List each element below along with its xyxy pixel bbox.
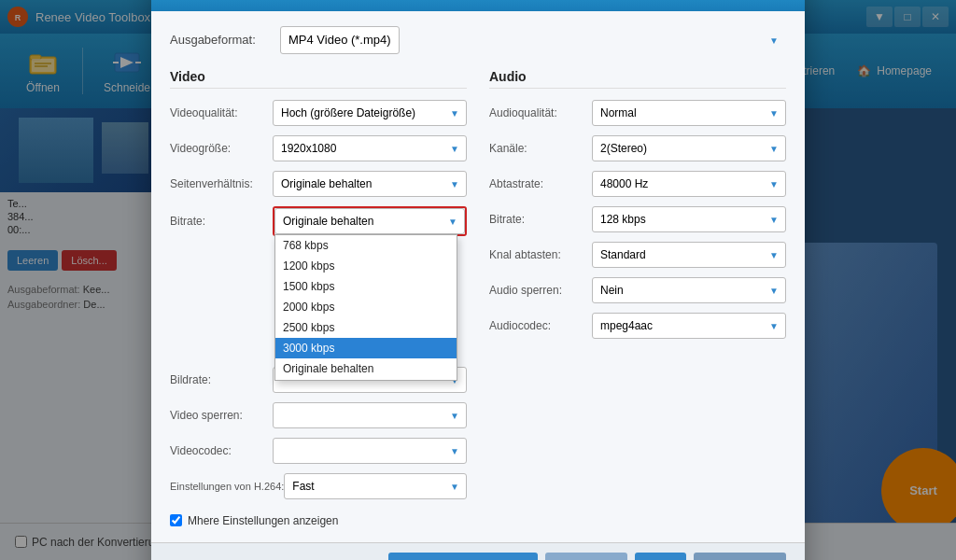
audio-quality-label: Audioqualität:	[489, 106, 592, 119]
videocodec-row: Videocodec:	[170, 438, 467, 464]
standard-button[interactable]: Standard	[545, 553, 628, 561]
video-size-select[interactable]: 1920x1080	[273, 135, 467, 161]
dropdown-item-1200[interactable]: 1200 kbps	[275, 256, 457, 276]
video-lock-label: Video sperren:	[170, 409, 273, 422]
aspect-select[interactable]: Originale behalten	[273, 171, 467, 197]
bitrate-dropdown: 768 kbps 1200 kbps 1500 kbps 2000 kbps 2…	[274, 234, 457, 381]
audio-quality-select-wrap: Normal	[592, 100, 786, 126]
bitrate-select-wrap: Originale behalten	[274, 208, 465, 234]
knal-row: Knal abtasten: Standard	[489, 242, 786, 268]
audio-section: Audio Audioqualität: Normal Kanäle:	[489, 69, 786, 509]
knal-select-wrap: Standard	[592, 242, 786, 268]
format-select[interactable]: MP4 Video (*.mp4)	[280, 26, 400, 54]
bitrate-field-wrap: Originale behalten 768 kbps 1200 kbps 15…	[273, 206, 467, 236]
audio-codec-row: Audiocodec: mpeg4aac	[489, 313, 786, 339]
bitrate-dropdown-scroll[interactable]: 768 kbps 1200 kbps 1500 kbps 2000 kbps 2…	[275, 235, 457, 380]
format-label: Ausgabeformat:	[170, 33, 273, 47]
knal-select[interactable]: Standard	[592, 242, 786, 268]
encoder-select[interactable]: Fast	[284, 473, 467, 499]
audio-lock-select[interactable]: Nein	[592, 277, 786, 303]
save-button[interactable]: Einstellung speichern	[388, 553, 538, 561]
knal-label: Knal abtasten:	[489, 248, 592, 261]
videocodec-select[interactable]	[273, 438, 467, 464]
videocodec-select-wrap	[273, 438, 467, 464]
dropdown-item-2500[interactable]: 2500 kbps	[275, 317, 457, 338]
audio-codec-select[interactable]: mpeg4aac	[592, 313, 786, 339]
audio-lock-select-wrap: Nein	[592, 277, 786, 303]
sample-rate-select-wrap: 48000 Hz	[592, 171, 786, 197]
channels-select-wrap: 2(Stereo)	[592, 135, 786, 161]
audio-codec-label: Audiocodec:	[489, 319, 592, 332]
video-lock-select-wrap	[273, 402, 467, 428]
video-quality-row: Videoqualität: Hoch (größere Dateigröße)	[170, 100, 467, 126]
audio-section-title: Audio	[489, 69, 786, 89]
video-section: Video Videoqualität: Hoch (größere Datei…	[170, 69, 467, 509]
dropdown-item-1500[interactable]: 1500 kbps	[275, 276, 457, 297]
channels-label: Kanäle:	[489, 142, 592, 155]
bitrate-label: Bitrate:	[170, 215, 273, 228]
aspect-select-wrap: Originale behalten	[273, 171, 467, 197]
video-quality-select[interactable]: Hoch (größere Dateigröße)	[273, 100, 467, 126]
sample-rate-row: Abtastrate: 48000 Hz	[489, 171, 786, 197]
ok-button[interactable]: OK	[635, 553, 686, 561]
channels-select[interactable]: 2(Stereo)	[592, 135, 786, 161]
framerate-label: Bildrate:	[170, 373, 273, 386]
sample-rate-label: Abtastrate:	[489, 177, 592, 190]
dropdown-item-originale[interactable]: Originale behalten	[275, 358, 457, 379]
more-settings-label: Mhere Einstellungen anzeigen	[188, 514, 338, 527]
format-row: Ausgabeformat: MP4 Video (*.mp4)	[170, 26, 786, 54]
dropdown-item-3000[interactable]: 3000 kbps	[275, 338, 457, 358]
aspect-row: Seitenverhältnis: Originale behalten	[170, 171, 467, 197]
audio-codec-select-wrap: mpeg4aac	[592, 313, 786, 339]
footer-right: Einstellung speichern Standard OK Abbrec…	[388, 553, 786, 561]
modal-footer: Einstellung speichern Standard OK Abbrec…	[151, 542, 805, 561]
aspect-label: Seitenverhältnis:	[170, 177, 273, 190]
encoder-row: Einstellungen von H.264: Fast	[170, 473, 467, 499]
audio-bitrate-select[interactable]: 128 kbps	[592, 206, 786, 232]
dropdown-item-2000[interactable]: 2000 kbps	[275, 297, 457, 317]
modal-header: Ausgabeeinstellungen ✕	[151, 0, 805, 11]
dropdown-item-768[interactable]: 768 kbps	[275, 235, 457, 256]
bitrate-row: Bitrate: Originale behalten 768 kbps	[170, 206, 467, 236]
video-quality-label: Videoqualität:	[170, 106, 273, 119]
audio-quality-select[interactable]: Normal	[592, 100, 786, 126]
audio-bitrate-row: Bitrate: 128 kbps	[489, 206, 786, 232]
audio-lock-label: Audio sperren:	[489, 284, 592, 297]
modal-overlay: Ausgabeeinstellungen ✕ Ausgabeformat: MP…	[0, 0, 956, 560]
encoder-select-wrap: Fast	[284, 473, 467, 499]
format-select-wrap: MP4 Video (*.mp4)	[280, 26, 786, 54]
videocodec-label: Videocodec:	[170, 444, 273, 457]
cancel-button[interactable]: Abbrechen	[694, 553, 786, 561]
two-column-section: Video Videoqualität: Hoch (größere Datei…	[170, 69, 786, 509]
more-settings-checkbox[interactable]	[170, 514, 182, 526]
video-size-row: Videogröße: 1920x1080	[170, 135, 467, 161]
sample-rate-select[interactable]: 48000 Hz	[592, 171, 786, 197]
settings-modal: Ausgabeeinstellungen ✕ Ausgabeformat: MP…	[151, 0, 805, 560]
bitrate-select[interactable]: Originale behalten	[274, 208, 465, 234]
encoder-label: Einstellungen von H.264:	[170, 481, 284, 492]
modal-close-button[interactable]: ✕	[771, 0, 790, 2]
video-quality-select-wrap: Hoch (größere Dateigröße)	[273, 100, 467, 126]
modal-body: Ausgabeformat: MP4 Video (*.mp4) Video V…	[151, 11, 805, 542]
audio-lock-row: Audio sperren: Nein	[489, 277, 786, 303]
channels-row: Kanäle: 2(Stereo)	[489, 135, 786, 161]
audio-quality-row: Audioqualität: Normal	[489, 100, 786, 126]
audio-bitrate-label: Bitrate:	[489, 213, 592, 226]
video-lock-select[interactable]	[273, 402, 467, 428]
video-size-label: Videogröße:	[170, 142, 273, 155]
dropdown-item-benutzerdefiniert[interactable]: benutzerdefiniert	[275, 379, 457, 380]
video-lock-row: Video sperren:	[170, 402, 467, 428]
video-section-title: Video	[170, 69, 467, 89]
more-settings-row: Mhere Einstellungen anzeigen	[170, 514, 786, 527]
audio-bitrate-select-wrap: 128 kbps	[592, 206, 786, 232]
video-size-select-wrap: 1920x1080	[273, 135, 467, 161]
